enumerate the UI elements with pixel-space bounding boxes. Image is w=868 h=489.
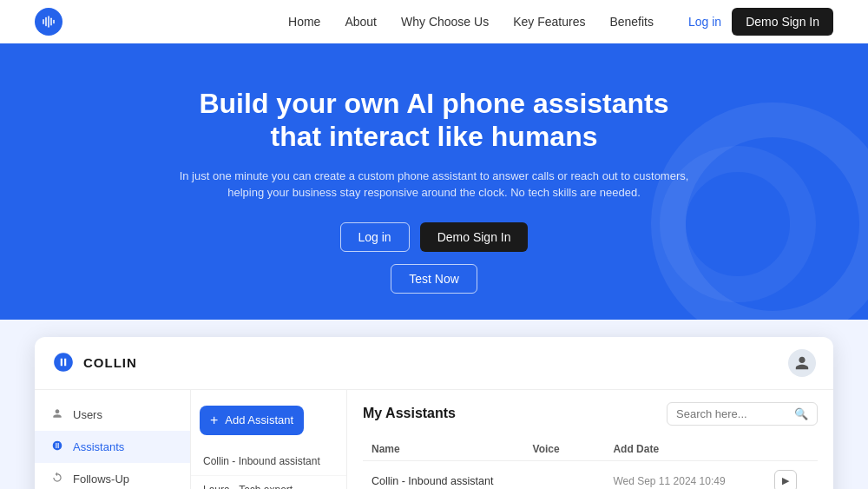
svg-rect-4: [53, 20, 55, 24]
search-box: 🔍: [667, 402, 818, 426]
main-header: My Assistants 🔍: [363, 402, 818, 426]
col-action: [774, 443, 809, 455]
middle-panel: + Add Assistant Collin - Inbound assista…: [191, 390, 347, 489]
hero-section: Build your own AI phone assistants that …: [0, 43, 868, 320]
svg-rect-3: [50, 18, 52, 26]
search-input[interactable]: [676, 407, 789, 420]
hero-test-button[interactable]: Test Now: [391, 264, 477, 294]
nav-features[interactable]: Key Features: [513, 15, 585, 29]
dashboard-wrapper: COLLIN Users: [0, 320, 868, 489]
svg-rect-2: [48, 16, 49, 28]
svg-rect-1: [45, 17, 47, 27]
sidebar-label-assistants: Assistants: [73, 440, 124, 453]
assistants-icon: [50, 439, 64, 454]
followsup-icon: [50, 472, 64, 486]
nav-benefits[interactable]: Benefits: [609, 15, 654, 29]
sidebar-item-users[interactable]: Users: [35, 399, 190, 431]
navbar: Home About Why Choose Us Key Features Be…: [0, 0, 868, 43]
nav-logo: [35, 8, 62, 36]
hero-subtitle: In just one minute you can create a cust…: [165, 168, 703, 202]
sidebar-label-users: Users: [73, 408, 102, 421]
user-avatar[interactable]: [788, 349, 816, 377]
dashboard-logo: COLLIN: [52, 351, 137, 375]
col-voice: Voice: [533, 443, 614, 455]
dashboard-body: Users Assistants Follows-Up: [35, 390, 833, 489]
row-name: Collin - Inbound assistant: [372, 475, 533, 487]
sidebar-item-followsup[interactable]: Follows-Up: [35, 463, 190, 489]
dashboard-card: COLLIN Users: [35, 337, 833, 489]
plus-icon: +: [210, 413, 218, 428]
table-header: Name Voice Add Date: [363, 438, 818, 461]
add-assistant-button[interactable]: + Add Assistant: [200, 406, 304, 435]
hero-demo-button[interactable]: Demo Sign In: [420, 222, 529, 252]
nav-demo-button[interactable]: Demo Sign In: [732, 8, 833, 36]
play-button[interactable]: ▶: [774, 470, 797, 489]
table-row: Collin - Inbound assistant Wed Sep 11 20…: [363, 461, 818, 489]
nav-login-button[interactable]: Log in: [688, 15, 721, 29]
hero-title: Build your own AI phone assistants that …: [174, 87, 694, 154]
row-date: Wed Sep 11 2024 10:49: [613, 475, 774, 487]
nav-home[interactable]: Home: [288, 15, 320, 29]
dashboard-header: COLLIN: [35, 337, 833, 390]
sidebar-item-assistants[interactable]: Assistants: [35, 431, 190, 463]
search-icon: 🔍: [794, 407, 808, 420]
sidebar-label-followsup: Follows-Up: [73, 472, 129, 486]
list-item[interactable]: Laura - Tech expert: [191, 476, 346, 489]
svg-rect-0: [43, 19, 44, 24]
hero-buttons: Log in Demo Sign In: [17, 222, 851, 252]
nav-why[interactable]: Why Choose Us: [401, 15, 489, 29]
main-content: My Assistants 🔍 Name Voice Add Date Coll…: [347, 390, 833, 489]
dashboard-logo-text: COLLIN: [83, 355, 137, 370]
logo-icon: [35, 8, 62, 36]
sidebar: Users Assistants Follows-Up: [35, 390, 191, 489]
main-title: My Assistants: [363, 406, 456, 421]
users-icon: [50, 407, 64, 422]
hero-test-wrapper: Test Now: [17, 264, 851, 294]
nav-about[interactable]: About: [345, 15, 377, 29]
hero-login-button[interactable]: Log in: [340, 222, 410, 252]
col-name: Name: [372, 443, 533, 455]
add-assistant-label: Add Assistant: [225, 413, 293, 426]
nav-actions: Log in Demo Sign In: [688, 8, 833, 36]
nav-links: Home About Why Choose Us Key Features Be…: [288, 14, 654, 30]
dashboard-logo-icon: [52, 351, 76, 375]
col-date: Add Date: [613, 443, 774, 455]
list-item[interactable]: Collin - Inbound assistant: [191, 447, 346, 476]
